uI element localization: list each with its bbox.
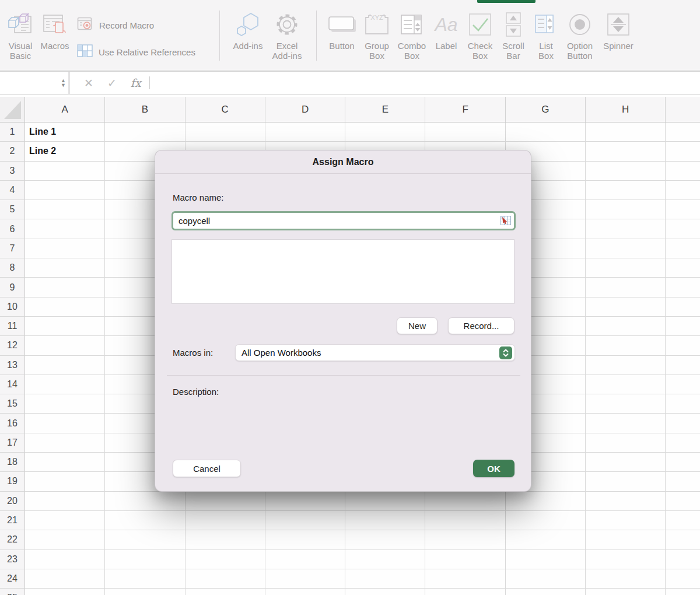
insert-combo-box-control[interactable]: Combo Box: [396, 10, 428, 61]
cell-A3[interactable]: [25, 162, 105, 181]
macros-button[interactable]: Macros: [37, 10, 72, 51]
cell-partial-13[interactable]: [666, 356, 700, 375]
cell-partial-18[interactable]: [666, 453, 700, 472]
cell-A7[interactable]: [25, 239, 105, 258]
cell-D1[interactable]: [265, 123, 345, 142]
cell-C25[interactable]: [186, 589, 265, 595]
cell-H17[interactable]: [586, 433, 666, 453]
cell-F23[interactable]: [425, 550, 505, 569]
cell-A19[interactable]: [25, 472, 105, 491]
cell-E22[interactable]: [345, 530, 425, 550]
cell-H14[interactable]: [586, 375, 666, 394]
cell-G20[interactable]: [506, 492, 586, 511]
row-header-6[interactable]: 6: [0, 219, 25, 239]
cell-partial-19[interactable]: [666, 472, 700, 491]
cell-partial-16[interactable]: [666, 414, 700, 433]
ok-button[interactable]: OK: [473, 460, 514, 477]
cell-F24[interactable]: [425, 569, 505, 589]
cell-E1[interactable]: [345, 123, 425, 142]
cell-D24[interactable]: [265, 569, 345, 589]
row-header-22[interactable]: 22: [0, 530, 25, 550]
cell-E20[interactable]: [345, 492, 425, 511]
cell-F20[interactable]: [425, 492, 505, 511]
cell-H9[interactable]: [586, 278, 666, 297]
cell-H2[interactable]: [586, 142, 666, 161]
row-header-9[interactable]: 9: [0, 278, 25, 297]
cell-D20[interactable]: [265, 492, 345, 511]
record-button[interactable]: Record...: [448, 317, 514, 334]
cell-G22[interactable]: [506, 530, 586, 550]
cell-A10[interactable]: [25, 298, 105, 317]
cancel-button[interactable]: Cancel: [173, 460, 241, 477]
cell-H8[interactable]: [586, 258, 666, 278]
cell-B25[interactable]: [105, 589, 185, 595]
cell-A12[interactable]: [25, 336, 105, 355]
cell-B24[interactable]: [105, 569, 185, 589]
cell-E25[interactable]: [345, 589, 425, 595]
row-header-4[interactable]: 4: [0, 181, 25, 200]
cell-partial-22[interactable]: [666, 530, 700, 550]
excel-add-ins-button[interactable]: Excel Add-ins: [268, 10, 306, 61]
cell-H11[interactable]: [586, 317, 666, 336]
row-header-21[interactable]: 21: [0, 511, 25, 530]
column-header-F[interactable]: F: [425, 97, 505, 122]
cell-G24[interactable]: [506, 569, 586, 589]
cell-B1[interactable]: [105, 123, 185, 142]
cell-D22[interactable]: [265, 530, 345, 550]
cell-C23[interactable]: [186, 550, 265, 569]
cell-A9[interactable]: [25, 278, 105, 297]
cell-H10[interactable]: [586, 298, 666, 317]
cell-A2[interactable]: Line 2: [25, 142, 105, 161]
row-header-23[interactable]: 23: [0, 550, 25, 569]
cell-A5[interactable]: [25, 200, 105, 219]
cell-partial-23[interactable]: [666, 550, 700, 569]
range-selector-icon[interactable]: [501, 216, 511, 225]
insert-scroll-bar-control[interactable]: Scroll Bar: [498, 10, 528, 61]
cell-A14[interactable]: [25, 375, 105, 394]
cell-H5[interactable]: [586, 200, 666, 219]
cell-partial-2[interactable]: [666, 142, 700, 161]
cell-partial-15[interactable]: [666, 394, 700, 414]
cell-partial-20[interactable]: [666, 492, 700, 511]
cell-A25[interactable]: [25, 589, 105, 595]
cell-E21[interactable]: [345, 511, 425, 530]
row-header-17[interactable]: 17: [0, 433, 25, 453]
cell-H12[interactable]: [586, 336, 666, 355]
insert-function-icon[interactable]: fx: [131, 76, 141, 89]
cell-H24[interactable]: [586, 569, 666, 589]
row-header-11[interactable]: 11: [0, 317, 25, 336]
cell-partial-4[interactable]: [666, 181, 700, 200]
column-header-D[interactable]: D: [265, 97, 345, 122]
add-ins-button[interactable]: Add-ins: [231, 10, 265, 51]
row-header-25[interactable]: 25: [0, 589, 25, 595]
cell-H7[interactable]: [586, 239, 666, 258]
cell-D23[interactable]: [265, 550, 345, 569]
cell-partial-11[interactable]: [666, 317, 700, 336]
cell-partial-17[interactable]: [666, 433, 700, 453]
record-macro-button[interactable]: Record Macro: [77, 16, 154, 34]
cell-F21[interactable]: [425, 511, 505, 530]
row-header-2[interactable]: 2: [0, 142, 25, 161]
cell-A6[interactable]: [25, 219, 105, 239]
cell-A23[interactable]: [25, 550, 105, 569]
cell-C1[interactable]: [186, 123, 265, 142]
cell-H20[interactable]: [586, 492, 666, 511]
new-button[interactable]: New: [397, 317, 438, 334]
row-header-19[interactable]: 19: [0, 472, 25, 491]
cell-E23[interactable]: [345, 550, 425, 569]
row-header-24[interactable]: 24: [0, 569, 25, 589]
cell-H19[interactable]: [586, 472, 666, 491]
insert-label-control[interactable]: Aa Label: [432, 10, 461, 51]
cell-partial-8[interactable]: [666, 258, 700, 278]
column-header-H[interactable]: H: [586, 97, 666, 122]
cell-G23[interactable]: [506, 550, 586, 569]
cell-G25[interactable]: [506, 589, 586, 595]
cell-H21[interactable]: [586, 511, 666, 530]
cell-partial-12[interactable]: [666, 336, 700, 355]
column-header-E[interactable]: E: [345, 97, 425, 122]
cell-F1[interactable]: [425, 123, 505, 142]
cell-B23[interactable]: [105, 550, 185, 569]
cell-H4[interactable]: [586, 181, 666, 200]
insert-check-box-control[interactable]: Check Box: [464, 10, 496, 61]
formula-input[interactable]: [150, 72, 700, 94]
